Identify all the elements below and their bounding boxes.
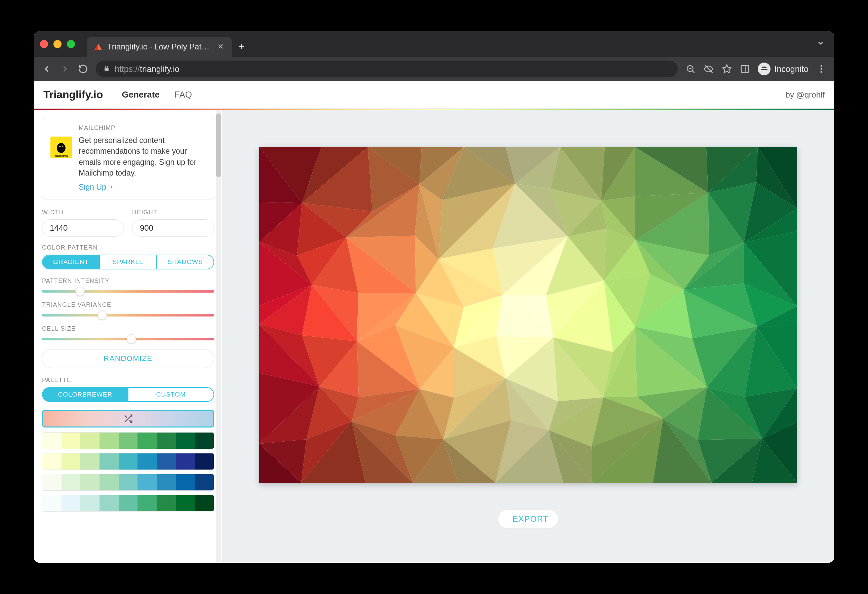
- traffic-lights: [40, 40, 75, 48]
- tabs-chevron-down-icon[interactable]: [816, 39, 825, 49]
- seg-custom[interactable]: CUSTOM: [128, 388, 214, 401]
- svg-marker-6: [722, 65, 731, 73]
- sidebar-scrollbar[interactable]: [216, 110, 221, 563]
- svg-point-13: [59, 146, 61, 147]
- browser-tab[interactable]: Trianglify.io · Low Poly Pattern ✕: [87, 37, 232, 57]
- back-button[interactable]: [41, 64, 52, 74]
- palette-swatch-cell: [137, 454, 156, 470]
- brand-logo[interactable]: Trianglify.io: [43, 89, 103, 101]
- new-tab-button[interactable]: +: [238, 40, 245, 53]
- incognito-indicator[interactable]: Incognito: [758, 62, 809, 75]
- pattern-canvas: [259, 147, 797, 483]
- sponsor-name: MAILCHIMP: [79, 124, 206, 132]
- svg-point-10: [821, 68, 822, 70]
- triangle-variance-slider[interactable]: [42, 314, 214, 316]
- window-minimize-button[interactable]: [53, 40, 62, 48]
- sponsor-cta[interactable]: Sign Up: [79, 182, 206, 192]
- bookmark-star-icon[interactable]: [722, 64, 732, 74]
- palette-swatch-cell: [137, 495, 156, 511]
- palette-swatch-cell: [42, 495, 62, 511]
- palette-swatch-cell: [195, 433, 214, 449]
- sponsor-card[interactable]: mailchimp MAILCHIMP Get personalized con…: [42, 117, 214, 199]
- palette-swatch-cell: [156, 454, 176, 470]
- sidebar-scrollbar-thumb[interactable]: [216, 113, 221, 177]
- svg-point-11: [821, 71, 822, 72]
- kebab-menu-icon[interactable]: [816, 64, 827, 74]
- mailchimp-logo-icon: mailchimp: [50, 137, 72, 158]
- tracking-icon[interactable]: [703, 64, 714, 74]
- credit-link[interactable]: by @qrohlf: [785, 90, 825, 100]
- lock-icon: [103, 64, 110, 74]
- palette-swatch-cell: [62, 433, 81, 449]
- reload-button[interactable]: [78, 64, 89, 74]
- palette-swatch-row[interactable]: [42, 453, 214, 470]
- tab-title: Trianglify.io · Low Poly Pattern: [107, 42, 211, 52]
- panel-icon[interactable]: [740, 64, 750, 74]
- seg-gradient[interactable]: GRADIENT: [43, 255, 100, 269]
- pattern-intensity-thumb[interactable]: [75, 287, 85, 296]
- palette-swatch-cell: [137, 474, 156, 491]
- svg-rect-7: [741, 66, 748, 72]
- dimensions-row: WIDTH 1440 HEIGHT 900: [42, 209, 214, 237]
- cell-size-slider[interactable]: [42, 338, 214, 340]
- palette-swatch-cell: [156, 474, 176, 491]
- pattern-svg: [259, 147, 797, 483]
- palette-swatch-cell: [80, 495, 99, 511]
- address-bar[interactable]: https://trianglify.io: [96, 61, 678, 77]
- palette-swatch-cell: [99, 495, 119, 511]
- window-maximize-button[interactable]: [67, 40, 75, 48]
- palette-swatch-cell: [195, 454, 214, 470]
- palette-swatch-cell: [119, 433, 138, 449]
- palette-swatch-cell: [99, 433, 119, 449]
- canvas-area: EXPORT: [222, 110, 834, 563]
- palette-swatch-cell: [62, 454, 81, 470]
- sponsor-text: Get personalized content recommendations…: [79, 135, 206, 178]
- browser-titlebar: Trianglify.io · Low Poly Pattern ✕ +: [34, 31, 834, 57]
- palette-swatch-cell: [42, 474, 62, 491]
- palette-swatch-cell: [62, 474, 81, 491]
- cell-size-label: CELL SIZE: [42, 325, 214, 332]
- palette-swatch-row[interactable]: [42, 474, 214, 491]
- svg-line-3: [692, 71, 694, 72]
- seg-sparkle[interactable]: SPARKLE: [100, 255, 157, 269]
- url-scheme: https://trianglify.io: [115, 64, 180, 74]
- shuffle-icon: [123, 414, 133, 424]
- palette-swatch-cell: [99, 454, 119, 470]
- shuffle-palette-button[interactable]: [42, 410, 214, 427]
- palette-swatch-cell: [119, 454, 138, 470]
- palette-swatch-cell: [195, 474, 214, 491]
- palette-swatch-row[interactable]: [42, 495, 214, 511]
- height-field: HEIGHT 900: [132, 209, 214, 237]
- nav-generate[interactable]: Generate: [122, 89, 160, 100]
- window-close-button[interactable]: [40, 40, 48, 48]
- palette-swatch-cell: [176, 433, 195, 449]
- svg-point-14: [62, 146, 63, 147]
- seg-shadows[interactable]: SHADOWS: [157, 255, 214, 269]
- tab-close-icon[interactable]: ✕: [216, 42, 225, 51]
- palette-label: PALETTE: [42, 377, 214, 384]
- randomize-button[interactable]: RANDOMIZE: [42, 349, 214, 368]
- nav-faq[interactable]: FAQ: [174, 89, 192, 100]
- export-icon: [508, 515, 509, 523]
- app-body: mailchimp MAILCHIMP Get personalized con…: [34, 110, 834, 563]
- tab-favicon-icon: [94, 42, 103, 51]
- zoom-out-icon[interactable]: [685, 64, 696, 74]
- seg-colorbrewer[interactable]: COLORBREWER: [43, 388, 128, 401]
- pattern-intensity-label: PATTERN INTENSITY: [42, 278, 214, 285]
- palette-swatch-cell: [156, 433, 176, 449]
- pattern-intensity-slider[interactable]: [42, 290, 214, 293]
- width-input[interactable]: 1440: [42, 219, 124, 237]
- triangle-variance-thumb[interactable]: [97, 310, 107, 320]
- sponsor-body: MAILCHIMP Get personalized content recom…: [79, 124, 206, 192]
- height-input[interactable]: 900: [132, 219, 214, 237]
- palette-swatch-row[interactable]: [42, 432, 214, 449]
- palette-swatch-cell: [80, 454, 99, 470]
- nav: Generate FAQ: [122, 89, 192, 100]
- forward-button[interactable]: [59, 64, 70, 74]
- cell-size-thumb[interactable]: [127, 334, 136, 344]
- incognito-label: Incognito: [775, 64, 809, 74]
- export-button[interactable]: EXPORT: [498, 510, 558, 528]
- browser-toolbar: https://trianglify.io Incognito: [34, 57, 834, 81]
- sidebar: mailchimp MAILCHIMP Get personalized con…: [34, 110, 222, 563]
- palette-swatch-cell: [42, 433, 62, 449]
